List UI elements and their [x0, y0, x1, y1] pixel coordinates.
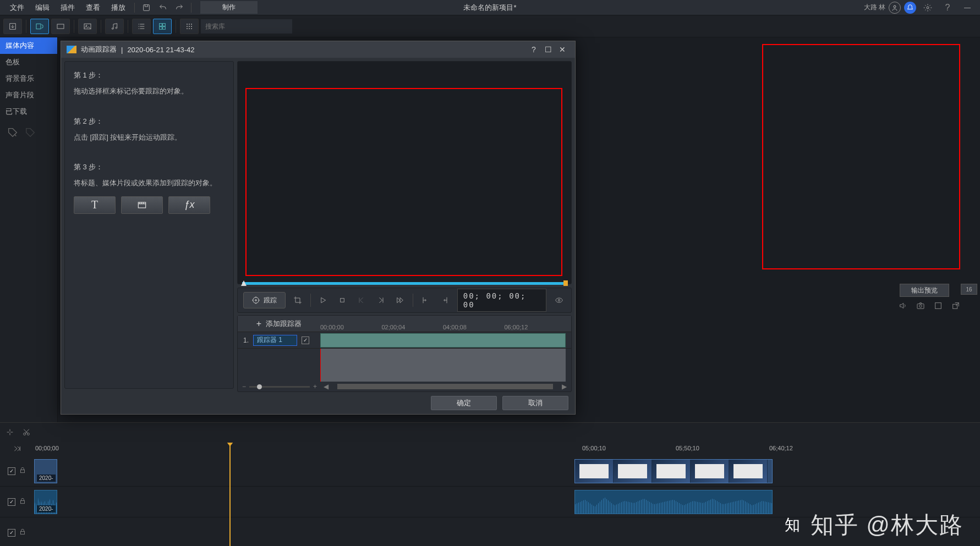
notification-icon[interactable] — [904, 2, 916, 14]
svg-point-27 — [558, 299, 560, 301]
track-enable-checkbox[interactable]: ✓ — [8, 498, 15, 506]
preview-seekbar[interactable] — [242, 282, 567, 285]
tracker-visible-checkbox[interactable]: ✓ — [302, 337, 309, 344]
audio-clip[interactable] — [574, 490, 773, 514]
menu-play[interactable]: 播放 — [106, 3, 131, 13]
ok-button[interactable]: 确定 — [431, 396, 497, 410]
storyboard-icon[interactable] — [51, 19, 70, 34]
zoom-out-icon[interactable]: − — [242, 383, 246, 390]
preview-annotation — [762, 44, 960, 269]
dialog-clip-name: 2020-06-21 21-43-42 — [127, 46, 194, 54]
svg-point-1 — [894, 5, 896, 8]
search-input[interactable] — [201, 19, 292, 34]
split-mode-icon[interactable] — [6, 428, 14, 438]
help-icon[interactable]: ? — [527, 44, 541, 55]
import-icon[interactable] — [3, 19, 22, 34]
music-icon[interactable] — [105, 19, 124, 34]
preview-zoom-badge[interactable]: 16 — [961, 284, 977, 295]
video-clip[interactable] — [574, 459, 773, 483]
menu-file[interactable]: 文件 — [4, 3, 30, 13]
tracker-clip[interactable] — [320, 333, 566, 348]
media-view-icon[interactable] — [30, 19, 49, 34]
list-view-icon[interactable] — [132, 19, 151, 34]
clip-label: 2020- — [37, 475, 56, 482]
dialog-titlebar: 动画跟踪器 | 2020-06-21 21-43-42 ? ☐ ✕ — [61, 41, 575, 58]
play-icon[interactable] — [316, 294, 330, 307]
fullscreen-icon[interactable] — [934, 301, 943, 312]
track-button[interactable]: 跟踪 — [243, 292, 286, 308]
video-clip[interactable]: 2020- — [34, 459, 57, 483]
fast-forward-icon[interactable] — [393, 294, 407, 307]
track-lock-icon[interactable] — [19, 466, 26, 476]
help-icon[interactable]: ? — [941, 2, 954, 13]
volume-icon[interactable] — [899, 301, 907, 312]
scroll-right-icon[interactable]: ▶ — [562, 383, 567, 390]
svg-rect-12 — [163, 26, 166, 29]
timeline-scrollbar[interactable] — [337, 384, 553, 389]
stop-icon[interactable] — [336, 294, 349, 307]
zoom-in-icon[interactable]: + — [313, 383, 317, 390]
ruler-mark: 06;00;12 — [505, 324, 566, 333]
track-enable-checkbox[interactable]: ✓ — [8, 529, 15, 537]
ruler-mark: 05;00;10 — [582, 445, 606, 451]
svg-point-13 — [187, 24, 187, 24]
track-lock-icon[interactable] — [19, 527, 26, 538]
playhead[interactable] — [229, 443, 231, 546]
maximize-icon[interactable]: ☐ — [541, 44, 555, 55]
image-icon[interactable] — [78, 19, 97, 34]
menu-edit[interactable]: 编辑 — [30, 3, 55, 13]
user-icon[interactable] — [889, 2, 901, 14]
timeline-ruler[interactable]: 00;00;00 05;00;10 05;50;10 06;40;12 — [34, 443, 980, 456]
undo-icon[interactable] — [156, 2, 169, 13]
cut-icon[interactable] — [22, 428, 31, 438]
track-enable-checkbox[interactable]: ✓ — [8, 467, 15, 475]
popout-icon[interactable] — [951, 301, 960, 312]
mark-in-icon[interactable] — [419, 294, 432, 307]
goto-end-icon[interactable] — [12, 444, 23, 455]
save-icon[interactable] — [140, 2, 153, 13]
separator — [128, 20, 128, 33]
crop-icon[interactable] — [291, 294, 305, 307]
grid-view-icon[interactable] — [153, 19, 172, 34]
tracker-name-input[interactable] — [253, 335, 297, 346]
close-icon[interactable]: ✕ — [555, 44, 570, 55]
selection-box[interactable] — [245, 88, 562, 276]
snapshot-icon[interactable] — [552, 294, 566, 307]
prev-frame-icon[interactable] — [355, 294, 369, 307]
steps-panel: 第 1 步： 拖动选择框来标记你要跟踪的对象。 第 2 步： 点击 [跟踪] 按… — [64, 61, 234, 389]
ruler-mark: 00;00;00 — [320, 324, 382, 333]
produce-button[interactable]: 制作 — [200, 1, 258, 14]
video-track[interactable]: 2020- — [34, 456, 980, 487]
zoom-slider[interactable] — [249, 386, 310, 388]
scroll-left-icon[interactable]: ◀ — [324, 383, 329, 390]
next-frame-icon[interactable] — [374, 294, 388, 307]
add-effect-button[interactable]: ƒx — [168, 196, 210, 214]
minimize-icon[interactable]: — — [961, 2, 974, 13]
sort-icon[interactable] — [180, 19, 199, 34]
add-title-button[interactable]: T — [74, 196, 116, 214]
menu-plugin[interactable]: 插件 — [55, 3, 80, 13]
separator — [134, 3, 135, 13]
timecode-display[interactable]: 00; 00; 00; 00 — [457, 289, 546, 312]
camera-icon[interactable] — [916, 301, 925, 312]
sidebar-item-soundclip[interactable]: 声音片段 — [0, 87, 57, 103]
add-tracker-button[interactable]: + 添加跟踪器 — [238, 319, 320, 329]
audio-clip[interactable]: 2020- — [34, 490, 57, 514]
menu-view[interactable]: 查看 — [80, 3, 106, 13]
cancel-button[interactable]: 取消 — [502, 396, 568, 410]
sidebar-item-bgmusic[interactable]: 背景音乐 — [0, 70, 57, 87]
motion-tracker-dialog: 动画跟踪器 | 2020-06-21 21-43-42 ? ☐ ✕ 第 1 步：… — [61, 41, 576, 415]
tracker-preview[interactable] — [237, 61, 572, 284]
tag-add-icon[interactable] — [7, 126, 19, 141]
sidebar-item-downloaded[interactable]: 已下载 — [0, 103, 57, 120]
output-preview-button[interactable]: 输出预览 — [900, 284, 949, 297]
sidebar-item-media[interactable]: 媒体内容 — [0, 37, 57, 54]
mark-out-icon[interactable] — [438, 294, 452, 307]
add-media-button[interactable] — [121, 196, 163, 214]
tag-icon[interactable] — [24, 126, 36, 141]
sidebar-item-colorboard[interactable]: 色板 — [0, 54, 57, 70]
settings-icon[interactable] — [921, 2, 934, 13]
track-lock-icon[interactable] — [19, 497, 26, 507]
redo-icon[interactable] — [173, 2, 186, 13]
separator — [191, 3, 191, 13]
